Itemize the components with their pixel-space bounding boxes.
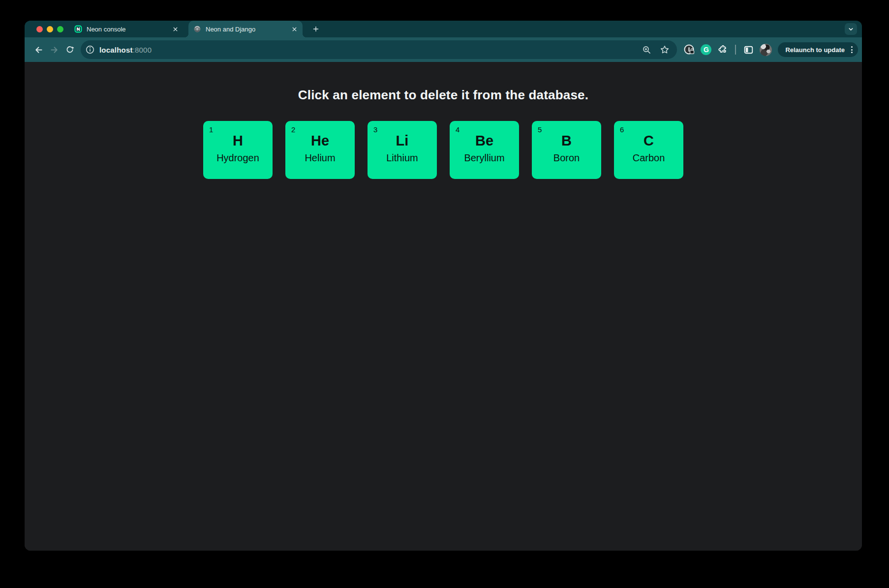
element-card-hydrogen[interactable]: 1 H Hydrogen (203, 121, 273, 179)
atomic-number: 1 (203, 121, 273, 133)
element-card-carbon[interactable]: 6 C Carbon (614, 121, 683, 179)
profile-avatar[interactable] (760, 44, 772, 56)
atomic-number: 4 (450, 121, 519, 133)
address-bar[interactable]: localhost:8000 (81, 40, 677, 59)
back-arrow-icon (34, 45, 43, 55)
element-cards-row: 1 H Hydrogen 2 He Helium 3 Li Lithium 4 … (203, 121, 683, 179)
element-name: Helium (285, 152, 355, 164)
close-tab-icon[interactable] (290, 25, 299, 33)
web-page: Click an element to delete it from the d… (25, 62, 862, 551)
forward-arrow-icon (50, 45, 59, 55)
atomic-number: 3 (368, 121, 437, 133)
forward-button[interactable] (46, 42, 62, 58)
tab-title: Neon and Django (206, 26, 290, 33)
element-card-boron[interactable]: 5 B Boron (532, 121, 601, 179)
element-symbol: Li (368, 134, 437, 148)
atomic-number: 2 (285, 121, 355, 133)
element-symbol: He (285, 134, 355, 148)
element-name: Carbon (614, 152, 683, 164)
tab-neon-console[interactable]: Neon console (69, 21, 184, 37)
close-tab-icon[interactable] (171, 25, 180, 33)
traffic-lights (25, 21, 69, 37)
new-tab-button[interactable] (309, 23, 322, 35)
grammarly-letter: G (701, 44, 711, 55)
grammarly-extension-icon[interactable]: G (699, 43, 713, 57)
tab-neon-and-django[interactable]: Neon and Django (188, 21, 303, 37)
element-name: Lithium (368, 152, 437, 164)
extensions-puzzle-icon[interactable] (716, 43, 730, 57)
atomic-number: 5 (532, 121, 601, 133)
browser-toolbar: localhost:8000 (25, 37, 862, 62)
browser-menu-kebab-icon[interactable] (850, 45, 854, 54)
chevron-down-icon (848, 26, 854, 32)
element-card-helium[interactable]: 2 He Helium (285, 121, 355, 179)
tab-strip: Neon console Neon and Django (25, 21, 862, 37)
browser-window: Neon console Neon and Django (25, 21, 862, 551)
atomic-number: 6 (614, 121, 683, 133)
element-name: Beryllium (450, 152, 519, 164)
zoom-page-icon[interactable] (642, 45, 651, 55)
element-symbol: H (203, 134, 273, 148)
element-name: Hydrogen (203, 152, 273, 164)
site-info-icon[interactable] (85, 45, 95, 55)
password-extension-icon[interactable] (682, 43, 696, 57)
tab-search-button[interactable] (845, 23, 857, 35)
side-panel-icon[interactable] (741, 43, 755, 57)
element-symbol: B (532, 134, 601, 148)
reload-button[interactable] (62, 42, 78, 58)
zoom-window-button[interactable] (57, 26, 63, 32)
back-button[interactable] (31, 42, 46, 58)
url-port: :8000 (133, 46, 152, 54)
minimize-window-button[interactable] (47, 26, 53, 32)
reload-icon (65, 45, 74, 54)
relaunch-label: Relaunch to update (785, 46, 845, 54)
url-text: localhost:8000 (99, 46, 152, 54)
bookmark-star-icon[interactable] (660, 45, 670, 55)
element-card-beryllium[interactable]: 4 Be Beryllium (450, 121, 519, 179)
url-host: localhost (99, 46, 133, 54)
element-name: Boron (532, 152, 601, 164)
element-symbol: Be (450, 134, 519, 148)
close-window-button[interactable] (36, 26, 43, 32)
neon-logo-icon (74, 25, 82, 33)
tab-title: Neon console (87, 26, 171, 33)
toolbar-divider (735, 45, 736, 55)
relaunch-to-update-button[interactable]: Relaunch to update (778, 42, 858, 57)
globe-favicon-icon (193, 25, 201, 33)
page-title: Click an element to delete it from the d… (298, 88, 588, 103)
element-symbol: C (614, 134, 683, 148)
element-card-lithium[interactable]: 3 Li Lithium (368, 121, 437, 179)
